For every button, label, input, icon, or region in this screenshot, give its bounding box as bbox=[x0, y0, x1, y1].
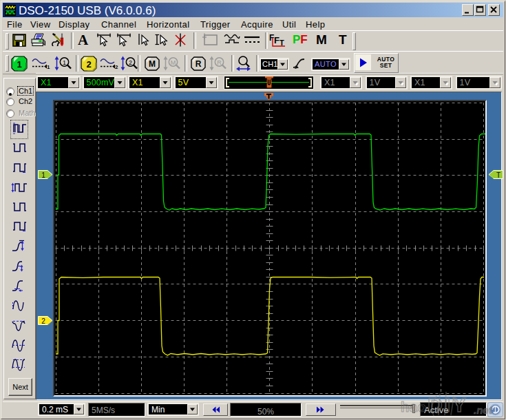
svg-text:R: R bbox=[196, 59, 202, 69]
svg-text:1: 1 bbox=[63, 59, 66, 66]
svg-text:1: 1 bbox=[17, 59, 21, 70]
svg-text:M: M bbox=[171, 59, 176, 66]
svg-text:2: 2 bbox=[115, 64, 118, 70]
svg-text:1: 1 bbox=[47, 64, 50, 70]
svg-text:T: T bbox=[496, 171, 500, 179]
svg-text:M: M bbox=[149, 59, 156, 69]
svg-text:1: 1 bbox=[41, 171, 45, 179]
svg-text:T: T bbox=[280, 39, 284, 47]
svg-text:2: 2 bbox=[41, 317, 45, 325]
svg-text:2: 2 bbox=[129, 59, 132, 66]
svg-text:F: F bbox=[274, 35, 280, 45]
svg-text:R: R bbox=[217, 59, 222, 66]
svg-text:2: 2 bbox=[86, 59, 91, 70]
